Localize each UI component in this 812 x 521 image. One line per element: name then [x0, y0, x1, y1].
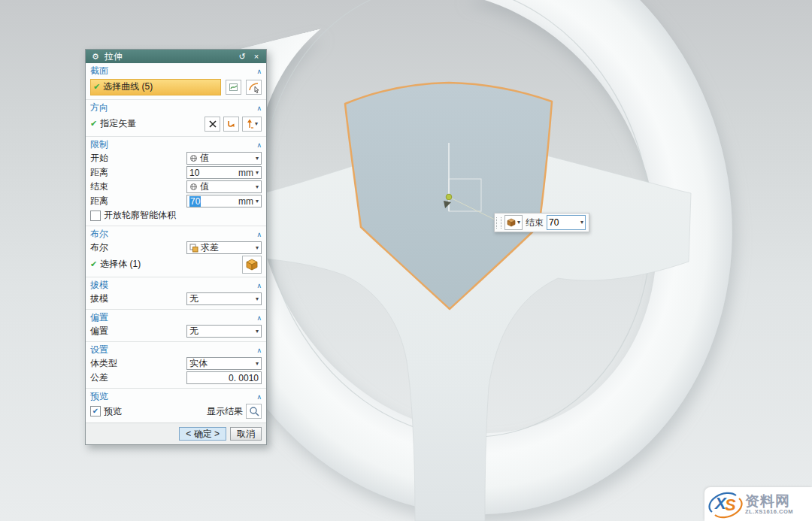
watermark: X S 资料网 ZL.XS1616.COM: [704, 487, 812, 521]
check-icon: ✔: [90, 119, 97, 129]
body-type-label: 体类型: [90, 357, 183, 370]
value-icon: [189, 154, 198, 162]
dropdown-caret-icon[interactable]: ▾: [517, 220, 520, 226]
dropdown-caret-icon[interactable]: ▾: [256, 245, 259, 251]
show-result-button[interactable]: [246, 404, 262, 419]
dropdown-caret-icon[interactable]: ▾: [255, 121, 258, 127]
end-distance-field[interactable]: 70 mm ▾: [186, 195, 262, 207]
dropdown-caret-icon[interactable]: ▾: [256, 184, 259, 190]
section-group-draft: 拔模 ∧ 拔模 无 ▾: [86, 277, 266, 310]
watermark-logo-s: S: [725, 495, 736, 515]
dialog-title: 拉伸: [105, 50, 233, 63]
tolerance-field[interactable]: 0. 0010: [186, 371, 262, 384]
section-group-offset: 偏置 ∧ 偏置 无 ▾: [86, 310, 266, 342]
limit-type-dropdown[interactable]: ▾: [504, 215, 523, 230]
dropdown-caret-icon[interactable]: ▾: [256, 296, 259, 302]
dropdown-caret-icon[interactable]: ▾: [256, 329, 259, 335]
select-curve-row: ✔ 选择曲线 (5): [90, 77, 262, 96]
vector-type-dropdown[interactable]: ▾: [242, 117, 262, 132]
limits-header[interactable]: 限制 ∧: [90, 138, 262, 151]
boolean-value: 求差: [201, 241, 253, 254]
ok-button[interactable]: < 确定 >: [179, 427, 226, 441]
start-label: 开始: [90, 152, 183, 165]
open-profile-label: 开放轮廓智能体积: [104, 209, 176, 222]
tolerance-row: 公差 0. 0010: [90, 371, 262, 385]
offset-value: 无: [189, 325, 253, 338]
chevron-up-icon[interactable]: ∧: [256, 231, 262, 238]
body-type-row: 体类型 实体 ▾: [90, 356, 262, 371]
preview-checkbox[interactable]: ✔: [90, 406, 101, 416]
curve-rule-button[interactable]: [226, 80, 241, 95]
end-distance-label: 距离: [90, 195, 183, 207]
start-distance-label: 距离: [90, 166, 183, 179]
tolerance-label: 公差: [90, 371, 183, 384]
vector-dialog-button[interactable]: [205, 117, 220, 132]
end-distance-value[interactable]: 70: [189, 196, 201, 207]
preview-row: ✔ 预览 显示结果: [90, 403, 262, 420]
reverse-direction-button[interactable]: [223, 117, 239, 132]
start-type-value: 值: [200, 152, 253, 165]
chevron-up-icon[interactable]: ∧: [256, 68, 262, 75]
select-curve-field[interactable]: ✔ 选择曲线 (5): [90, 79, 221, 95]
preview-header[interactable]: 预览 ∧: [90, 390, 262, 403]
unit-label: mm: [238, 168, 253, 178]
close-icon[interactable]: ×: [251, 52, 262, 61]
solid-body-cube-icon: [245, 258, 259, 271]
start-type-dropdown[interactable]: 值 ▾: [186, 152, 262, 165]
boolean-label: 布尔: [90, 241, 183, 254]
offset-dropdown[interactable]: 无 ▾: [186, 325, 262, 338]
sketch-section-button[interactable]: [246, 80, 262, 95]
origin-point-handle[interactable]: [446, 194, 452, 200]
settings-header[interactable]: 设置 ∧: [90, 344, 262, 356]
section-group-limits: 限制 ∧ 开始 值 ▾ 距离 10 mm: [86, 137, 266, 226]
specify-vector-label: 指定矢量: [100, 117, 200, 130]
dropdown-caret-icon[interactable]: ▾: [256, 170, 259, 176]
extrude-limit-icon: [507, 218, 516, 227]
dialog-titlebar[interactable]: ⚙ 拉伸 ↺ ×: [86, 50, 266, 63]
show-result-label: 显示结果: [207, 405, 243, 418]
open-profile-checkbox[interactable]: [90, 211, 101, 221]
tolerance-value[interactable]: 0. 0010: [229, 373, 259, 383]
body-type-dropdown[interactable]: 实体 ▾: [186, 357, 262, 370]
check-icon: ✔: [90, 259, 97, 269]
end-type-dropdown[interactable]: 值 ▾: [186, 180, 262, 193]
start-distance-value[interactable]: 10: [189, 168, 236, 178]
chevron-up-icon[interactable]: ∧: [256, 314, 262, 322]
start-distance-field[interactable]: 10 mm ▾: [186, 166, 262, 179]
dropdown-caret-icon[interactable]: ▾: [580, 220, 583, 226]
select-body-label: 选择体 (1): [100, 258, 238, 271]
chevron-up-icon[interactable]: ∧: [256, 105, 262, 112]
section-group-settings: 设置 ∧ 体类型 实体 ▾ 公差 0. 0010: [86, 342, 266, 389]
offset-header[interactable]: 偏置 ∧: [90, 311, 262, 324]
chevron-up-icon[interactable]: ∧: [256, 282, 262, 289]
reset-icon[interactable]: ↺: [237, 52, 247, 62]
end-row: 结束 值 ▾: [90, 180, 262, 194]
toolbar-drag-handle[interactable]: [496, 217, 501, 229]
section-header[interactable]: 截面 ∧: [90, 65, 262, 77]
floating-end-value-input[interactable]: [549, 217, 568, 228]
draft-dropdown[interactable]: 无 ▾: [186, 292, 262, 305]
floating-end-field[interactable]: ▾: [547, 215, 586, 230]
chevron-up-icon[interactable]: ∧: [256, 347, 262, 354]
cancel-button[interactable]: 取消: [230, 427, 262, 441]
boolean-dropdown[interactable]: 求差 ▾: [186, 241, 262, 254]
select-body-button[interactable]: [242, 256, 262, 274]
gear-icon: ⚙: [90, 52, 101, 62]
draft-label: 拔模: [90, 292, 183, 305]
boolean-header[interactable]: 布尔 ∧: [90, 228, 262, 241]
dropdown-caret-icon[interactable]: ▾: [256, 361, 259, 367]
chevron-up-icon[interactable]: ∧: [256, 393, 262, 401]
open-profile-row: 开放轮廓智能体积: [90, 208, 262, 223]
draft-value: 无: [189, 292, 253, 305]
onscreen-input-toolbar: ▾ 结束 ▾: [494, 213, 589, 232]
draft-row: 拔模 无 ▾: [90, 292, 262, 306]
draft-header[interactable]: 拔模 ∧: [90, 279, 262, 292]
dropdown-caret-icon[interactable]: ▾: [256, 198, 259, 204]
dropdown-caret-icon[interactable]: ▾: [256, 156, 259, 162]
section-group-preview: 预览 ∧ ✔ 预览 显示结果: [86, 389, 266, 423]
chevron-up-icon[interactable]: ∧: [256, 141, 262, 149]
section-group-section: 截面 ∧ ✔ 选择曲线 (5): [86, 63, 266, 100]
direction-header[interactable]: 方向 ∧: [90, 101, 262, 114]
preview-label: 预览: [104, 405, 122, 418]
end-distance-row: 距离 70 mm ▾: [90, 194, 262, 208]
